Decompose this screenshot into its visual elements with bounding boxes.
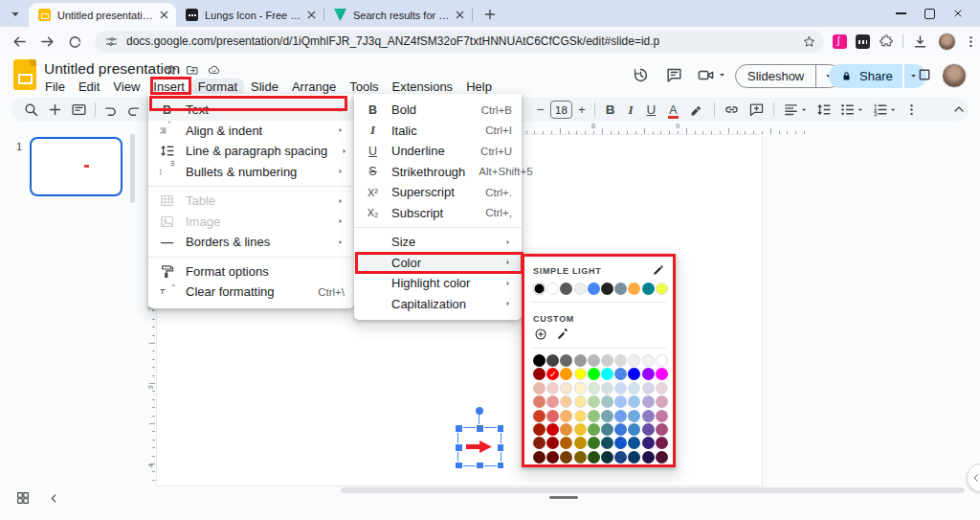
color-swatch[interactable] [574,283,587,295]
menu-item-align-indent[interactable]: Align & indent [148,121,354,142]
menu-item-highlight-color[interactable]: Highlight color [354,273,522,294]
canvas-horizontal-scrollbar[interactable] [341,487,965,493]
color-swatch[interactable] [628,354,640,367]
menu-item-bullets-numbering[interactable]: Bullets & numbering [148,162,354,183]
color-swatch[interactable] [560,451,572,463]
numbered-list-icon[interactable] [872,102,888,118]
color-swatch[interactable] [614,368,627,380]
rotation-handle[interactable] [476,407,483,415]
color-swatch[interactable] [656,437,668,449]
comments-icon[interactable] [665,66,683,84]
fullscreen-mode-icon[interactable] [917,67,932,82]
menubar-item-extensions[interactable]: Extensions [386,79,460,95]
browser-menu-icon[interactable] [964,34,978,49]
reload-icon[interactable] [67,34,83,50]
highlight-color-icon[interactable] [689,102,703,117]
menu-item-size[interactable]: Size [354,232,522,253]
color-swatch[interactable] [642,382,655,395]
color-swatch[interactable] [560,437,572,449]
color-swatch[interactable] [533,283,546,295]
menubar-item-help[interactable]: Help [459,79,499,95]
document-status-cloud-icon[interactable] [208,63,221,77]
color-swatch[interactable] [560,382,572,395]
document-title[interactable]: Untitled presentation [44,60,180,78]
resize-handle-e[interactable] [497,443,505,452]
collapse-filmstrip-icon[interactable] [48,492,60,505]
align-caret-icon[interactable] [800,106,808,114]
color-swatch[interactable] [614,354,627,367]
color-swatch[interactable] [628,423,640,436]
color-swatch[interactable] [533,437,546,449]
color-swatch[interactable] [656,382,668,395]
undo-icon[interactable] [102,102,119,118]
meet-camera-icon[interactable] [697,66,715,84]
pink-extension-icon[interactable] [833,34,847,49]
menu-item-subscript[interactable]: X₂SubscriptCtrl+, [354,203,522,224]
color-swatch[interactable] [574,368,587,380]
redo-icon[interactable] [125,102,142,118]
tab-close-icon[interactable] [305,9,318,21]
color-swatch[interactable] [560,283,572,295]
insert-link-icon[interactable] [724,102,740,118]
color-swatch[interactable] [574,423,587,436]
menu-item-line-paragraph-spacing[interactable]: Line & paragraph spacing [148,141,354,162]
meet-caret-icon[interactable] [718,71,726,79]
download-icon[interactable] [912,34,928,50]
selected-color-swatch[interactable]: ✓ [546,368,559,380]
color-swatch[interactable] [614,451,627,463]
color-swatch[interactable] [642,437,655,449]
filmstrip-scrollbar[interactable] [130,134,135,203]
color-swatch[interactable] [656,396,668,408]
menu-item-strikethrough[interactable]: SStrikethroughAlt+Shift+5 [354,162,522,183]
menubar-item-arrange[interactable]: Arrange [285,79,343,95]
menubar-item-tools[interactable]: Tools [343,79,385,95]
new-tab-button[interactable] [482,7,498,22]
color-swatch[interactable] [533,396,546,408]
color-swatch[interactable] [642,410,655,422]
color-swatch[interactable] [628,283,640,295]
color-swatch[interactable] [574,437,587,449]
menubar-item-file[interactable]: File [38,79,72,95]
color-swatch[interactable] [656,283,668,295]
color-swatch[interactable] [628,451,640,463]
color-swatch[interactable] [601,423,613,436]
color-swatch[interactable] [642,354,655,367]
menubar-item-format[interactable]: Format [191,79,244,95]
resize-handle-nw[interactable] [455,424,463,433]
hide-menus-icon[interactable] [951,102,967,117]
color-swatch[interactable] [642,451,655,463]
color-swatch[interactable] [656,410,668,422]
color-swatch[interactable] [601,437,613,449]
color-swatch[interactable] [628,396,640,408]
color-swatch[interactable] [574,354,587,367]
browser-tab[interactable]: Search results for Eye - Flaticon [324,3,472,27]
numbered-list-caret-icon[interactable] [889,106,897,114]
new-slide-icon[interactable] [47,102,63,118]
color-swatch[interactable] [656,451,668,463]
color-swatch[interactable] [546,396,559,408]
move-to-folder-icon[interactable] [186,63,199,77]
star-document-icon[interactable] [165,63,178,77]
version-history-icon[interactable] [632,66,650,84]
minimize-button[interactable] [886,3,915,24]
bookmark-star-icon[interactable] [802,34,816,49]
more-options-icon[interactable] [904,102,919,118]
menu-item-clear-formatting[interactable]: Clear formattingCtrl+\ [148,282,354,303]
menubar-item-slide[interactable]: Slide [244,79,285,95]
resize-handle-ne[interactable] [497,424,505,433]
color-swatch[interactable] [628,437,640,449]
color-swatch[interactable] [588,451,600,463]
bold-icon[interactable]: B [606,102,615,117]
menu-item-capitalization[interactable]: Capitalization [354,294,522,315]
color-swatch[interactable] [533,382,546,395]
resize-handle-w[interactable] [455,443,463,452]
color-swatch[interactable] [614,396,627,408]
menubar-item-edit[interactable]: Edit [72,79,106,95]
maximize-button[interactable] [915,3,944,24]
color-swatch[interactable] [588,382,600,395]
color-swatch[interactable] [588,354,600,367]
color-swatch[interactable] [533,451,546,463]
color-swatch[interactable] [533,368,546,380]
url-text[interactable]: docs.google.com/presentation/d/1iQmhlFJR… [126,34,802,48]
menu-item-borders-lines[interactable]: —Borders & lines [148,232,354,253]
